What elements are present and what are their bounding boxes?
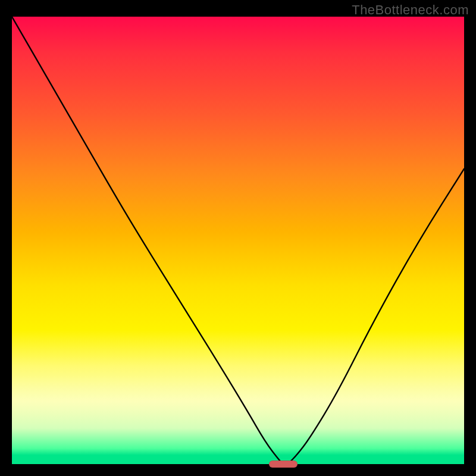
watermark-label: TheBottleneck.com (352, 2, 469, 18)
curve-svg (12, 17, 464, 464)
chart-frame: TheBottleneck.com (0, 0, 476, 476)
plot-area (12, 17, 464, 464)
optimal-marker (269, 461, 298, 468)
bottleneck-curve (12, 17, 464, 464)
